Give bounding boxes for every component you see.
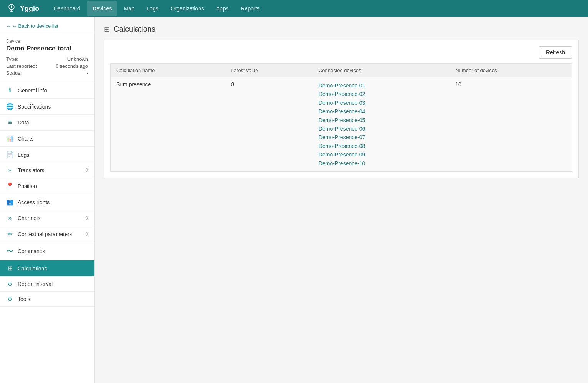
sidebar-label-logs: Logs <box>18 152 29 158</box>
nav-dashboard[interactable]: Dashboard <box>48 1 86 16</box>
status-value: - <box>40 70 88 76</box>
device-info: Device: Demo-Presence-total Type: Unknow… <box>0 34 94 81</box>
sidebar-nav: ℹ General info 🌐 Specifications ≡ Data 📊… <box>0 82 94 307</box>
sidebar-item-access-rights[interactable]: 👥 Access rights <box>0 194 94 210</box>
toolbar: Refresh <box>110 46 572 59</box>
contextual-parameters-badge: 0 <box>85 232 88 237</box>
status-label: Status: <box>6 70 37 76</box>
sidebar-label-charts: Charts <box>18 136 33 142</box>
last-reported-label: Last reported: <box>6 63 37 69</box>
access-rights-icon: 👥 <box>6 198 14 206</box>
sidebar-item-calculations[interactable]: ⊞ Calculations <box>0 260 94 277</box>
data-icon: ≡ <box>6 119 14 126</box>
sidebar-label-specifications: Specifications <box>18 104 51 110</box>
calculations-table: Calculation name Latest value Connected … <box>110 63 572 172</box>
main-nav: Dashboard Devices Map Logs Organizations… <box>48 1 265 16</box>
sidebar-label-access-rights: Access rights <box>18 199 50 205</box>
position-icon: 📍 <box>6 182 14 190</box>
sidebar-item-data[interactable]: ≡ Data <box>0 115 94 131</box>
main-content: ⊞ Calculations Refresh Calculation name … <box>95 17 588 383</box>
logo-text: Yggio <box>20 5 39 13</box>
page-title: Calculations <box>114 25 155 34</box>
sidebar-item-contextual-parameters[interactable]: ✏ Contextual parameters 0 <box>0 226 94 242</box>
sidebar-item-commands[interactable]: 〜 Commands <box>0 242 94 260</box>
last-reported-value: 0 seconds ago <box>40 63 88 69</box>
sidebar-label-position: Position <box>18 183 37 189</box>
sidebar-item-translators[interactable]: ✂ Translators 0 <box>0 163 94 178</box>
type-value: Unknown <box>40 56 88 62</box>
type-label: Type: <box>6 56 37 62</box>
translators-icon: ✂ <box>6 168 14 173</box>
sidebar-item-position[interactable]: 📍 Position <box>0 178 94 194</box>
sidebar-label-channels: Channels <box>18 215 40 221</box>
nav-logs[interactable]: Logs <box>141 1 164 16</box>
specifications-icon: 🌐 <box>6 103 14 110</box>
col-connected-devices: Connected devices <box>313 64 450 77</box>
tools-icon: ⚙ <box>6 296 14 302</box>
sidebar-item-channels[interactable]: » Channels 0 <box>0 210 94 226</box>
content-card: Refresh Calculation name Latest value Co… <box>104 40 579 178</box>
cell-number-of-devices: 10 <box>450 77 572 172</box>
device-name: Demo-Presence-total <box>6 45 88 52</box>
device-meta: Type: Unknown Last reported: 0 seconds a… <box>6 56 88 76</box>
channels-badge: 0 <box>85 215 88 221</box>
back-arrow-icon: ← <box>6 23 11 29</box>
info-icon: ℹ <box>6 87 14 94</box>
topnav: Yggio Dashboard Devices Map Logs Organiz… <box>0 0 588 17</box>
page-header-icon: ⊞ <box>104 25 110 34</box>
commands-icon: 〜 <box>6 247 14 256</box>
contextual-parameters-icon: ✏ <box>6 230 14 238</box>
nav-apps[interactable]: Apps <box>211 1 234 16</box>
sidebar: ← ← Back to device list Device: Demo-Pre… <box>0 17 95 383</box>
logo-icon <box>6 3 17 14</box>
back-to-device-list[interactable]: ← ← Back to device list <box>0 17 94 34</box>
nav-reports[interactable]: Reports <box>236 1 265 16</box>
logs-icon: 📄 <box>6 151 14 158</box>
sidebar-label-general-info: General info <box>18 87 47 94</box>
table-body: Sum presence 8 Demo-Presence-01,Demo-Pre… <box>111 77 572 172</box>
nav-map[interactable]: Map <box>119 1 140 16</box>
sidebar-label-contextual-parameters: Contextual parameters <box>18 231 72 237</box>
channels-icon: » <box>6 215 14 222</box>
charts-icon: 📊 <box>6 135 14 142</box>
translators-badge: 0 <box>85 168 88 173</box>
sidebar-item-specifications[interactable]: 🌐 Specifications <box>0 99 94 115</box>
nav-organizations[interactable]: Organizations <box>165 1 209 16</box>
sidebar-item-charts[interactable]: 📊 Charts <box>0 131 94 147</box>
logo: Yggio <box>6 3 39 14</box>
sidebar-label-data: Data <box>18 119 29 126</box>
sidebar-item-tools[interactable]: ⚙ Tools <box>0 292 94 307</box>
page-header: ⊞ Calculations <box>104 25 579 34</box>
table-row: Sum presence 8 Demo-Presence-01,Demo-Pre… <box>111 77 572 172</box>
table-header: Calculation name Latest value Connected … <box>111 64 572 77</box>
sidebar-item-report-interval[interactable]: ⚙ Report interval <box>0 277 94 292</box>
col-latest-value: Latest value <box>226 64 313 77</box>
device-label: Device: <box>6 39 88 44</box>
cell-connected-devices: Demo-Presence-01,Demo-Presence-02,Demo-P… <box>313 77 450 172</box>
sidebar-label-report-interval: Report interval <box>18 281 53 287</box>
sidebar-item-general-info[interactable]: ℹ General info <box>0 82 94 99</box>
sidebar-label-tools: Tools <box>18 296 30 302</box>
sidebar-label-commands: Commands <box>18 248 45 254</box>
cell-latest-value: 8 <box>226 77 313 172</box>
report-interval-icon: ⚙ <box>6 281 14 287</box>
calculations-icon: ⊞ <box>6 265 14 272</box>
table-header-row: Calculation name Latest value Connected … <box>111 64 572 77</box>
col-calculation-name: Calculation name <box>111 64 226 77</box>
sidebar-label-translators: Translators <box>18 167 45 173</box>
sidebar-item-logs[interactable]: 📄 Logs <box>0 147 94 163</box>
refresh-button[interactable]: Refresh <box>539 46 572 59</box>
layout: ← ← Back to device list Device: Demo-Pre… <box>0 17 588 383</box>
col-number-of-devices: Number of devices <box>450 64 572 77</box>
nav-devices[interactable]: Devices <box>87 1 117 16</box>
cell-name: Sum presence <box>111 77 226 172</box>
sidebar-label-calculations: Calculations <box>18 265 47 272</box>
